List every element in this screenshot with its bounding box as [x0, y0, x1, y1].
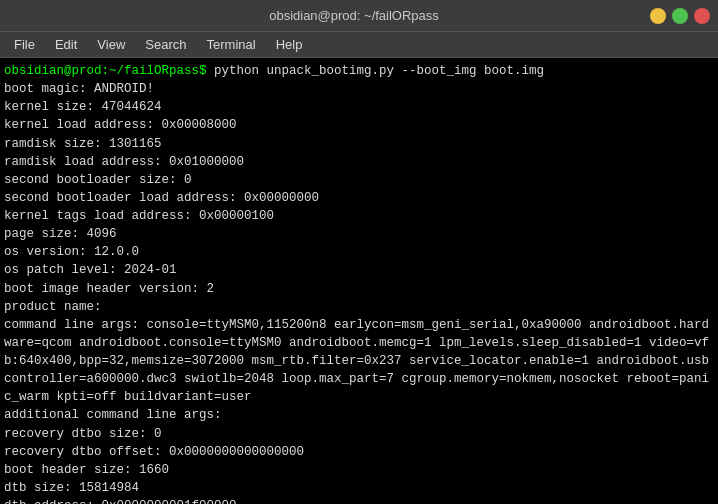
output-line: command line args: console=ttyMSM0,11520… [4, 318, 709, 405]
title-bar-title: obsidian@prod: ~/failORpass [58, 8, 650, 23]
output-line: product name: [4, 300, 102, 314]
menu-item-terminal[interactable]: Terminal [197, 35, 266, 54]
output-line: ramdisk load address: 0x01000000 [4, 155, 244, 169]
output-line: additional command line args: [4, 408, 222, 422]
output-line: kernel tags load address: 0x00000100 [4, 209, 274, 223]
minimize-button[interactable]: − [650, 8, 666, 24]
menu-item-file[interactable]: File [4, 35, 45, 54]
output-line: page size: 4096 [4, 227, 117, 241]
output-line: kernel size: 47044624 [4, 100, 162, 114]
menu-item-search[interactable]: Search [135, 35, 196, 54]
output-line: boot header size: 1660 [4, 463, 169, 477]
menu-item-view[interactable]: View [87, 35, 135, 54]
output-line: kernel load address: 0x00008000 [4, 118, 237, 132]
window-controls: − □ × [650, 8, 710, 24]
menu-item-edit[interactable]: Edit [45, 35, 87, 54]
output-line: second bootloader size: 0 [4, 173, 192, 187]
output-line: boot image header version: 2 [4, 282, 214, 296]
menu-item-help[interactable]: Help [266, 35, 313, 54]
output-line: second bootloader load address: 0x000000… [4, 191, 319, 205]
output-line: recovery dtbo offset: 0x0000000000000000 [4, 445, 304, 459]
terminal-prompt: obsidian@prod:~/failORpass$ [4, 64, 207, 78]
close-button[interactable]: × [694, 8, 710, 24]
output-line: os version: 12.0.0 [4, 245, 139, 259]
output-line: dtb address: 0x0000000001f00000 [4, 499, 237, 504]
output-line: boot magic: ANDROID! [4, 82, 154, 96]
terminal-output[interactable]: obsidian@prod:~/failORpass$ python unpac… [0, 58, 718, 504]
output-line: os patch level: 2024-01 [4, 263, 177, 277]
terminal-command: python unpack_bootimg.py --boot_img boot… [207, 64, 545, 78]
output-line: dtb size: 15814984 [4, 481, 139, 495]
menu-bar: FileEditViewSearchTerminalHelp [0, 32, 718, 58]
maximize-button[interactable]: □ [672, 8, 688, 24]
title-bar: obsidian@prod: ~/failORpass − □ × [0, 0, 718, 32]
output-line: ramdisk size: 1301165 [4, 137, 162, 151]
output-line: recovery dtbo size: 0 [4, 427, 162, 441]
